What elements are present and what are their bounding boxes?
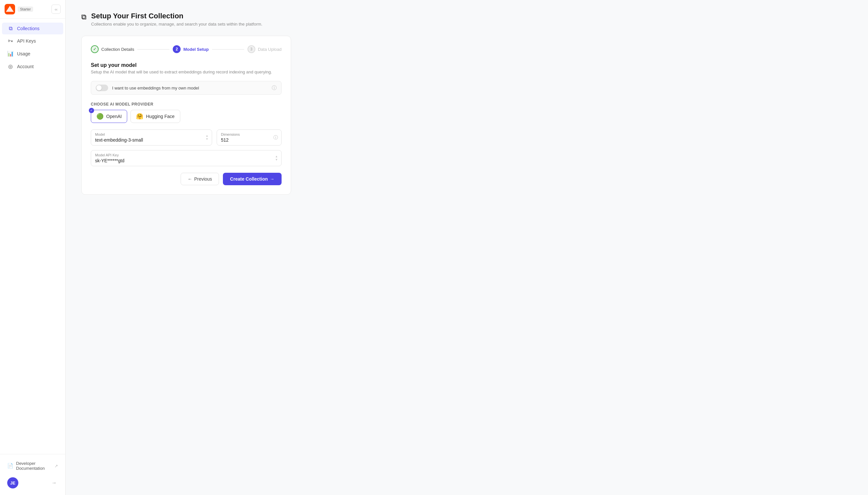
chart-icon: 📊	[7, 50, 14, 57]
dimensions-value: 512	[221, 137, 277, 142]
sidebar-item-account[interactable]: ◎ Account	[2, 60, 63, 72]
create-collection-button[interactable]: Create Collection →	[223, 173, 282, 185]
step-model-setup: 2 Model Setup	[173, 45, 208, 53]
model-arrows[interactable]: ▲▼	[206, 134, 208, 141]
model-label: Model	[95, 133, 208, 136]
huggingface-emoji: 🤗	[136, 113, 143, 120]
step-1-label: Collection Details	[101, 47, 134, 52]
layers-header-icon: ⧉	[81, 13, 87, 21]
previous-button[interactable]: ← Previous	[180, 173, 219, 185]
step-1-circle: ✓	[91, 45, 99, 53]
page-subtitle: Collections enable you to organize, mana…	[91, 22, 262, 27]
plan-badge: Starter	[18, 6, 33, 12]
sidebar: Starter ‹‹ ⧉ Collections 🗝 API Keys 📊 Us…	[0, 0, 66, 495]
step-3-circle: 3	[247, 45, 255, 53]
sidebar-item-collections[interactable]: ⧉ Collections	[2, 23, 63, 34]
logo-area: Starter	[5, 4, 33, 14]
toggle-info-icon[interactable]: ⓘ	[272, 85, 277, 91]
sidebar-bottom: 📄 Developer Documentation ↗ JE →	[0, 454, 65, 495]
huggingface-label: Hugging Face	[146, 114, 174, 119]
avatar[interactable]: JE	[7, 477, 18, 489]
dimensions-label: Dimensions	[221, 133, 277, 136]
api-key-value: sk-YE******gtd	[95, 158, 277, 163]
sidebar-item-usage-label: Usage	[17, 51, 30, 56]
page-header: ⧉ Setup Your First Collection Collection…	[81, 12, 852, 27]
developer-docs-link[interactable]: 📄 Developer Documentation ↗	[4, 458, 61, 473]
openai-label: OpenAI	[106, 114, 122, 119]
sidebar-nav: ⧉ Collections 🗝 API Keys 📊 Usage ◎ Accou…	[0, 19, 65, 454]
previous-label: Previous	[194, 176, 212, 182]
logout-icon: →	[51, 480, 57, 485]
step-2-label: Model Setup	[183, 47, 208, 52]
page-header-text: Setup Your First Collection Collections …	[91, 12, 262, 27]
model-dimensions-row: Model text-embedding-3-small ▲▼ Dimensio…	[91, 130, 282, 146]
sidebar-header: Starter ‹‹	[0, 0, 65, 19]
sidebar-item-usage[interactable]: 📊 Usage	[2, 48, 63, 59]
api-key-label: Model API Key	[95, 153, 277, 157]
model-field[interactable]: Model text-embedding-3-small ▲▼	[91, 130, 212, 146]
main-content: ⧉ Setup Your First Collection Collection…	[66, 0, 868, 495]
embeddings-toggle[interactable]	[96, 85, 108, 91]
vantage-logo	[5, 4, 15, 14]
openai-check-icon: ✓	[89, 108, 94, 113]
dev-docs-label: Developer Documentation	[16, 461, 54, 471]
toggle-row: I want to use embeddings from my own mod…	[91, 81, 282, 95]
openai-provider-button[interactable]: ✓ 🟢 OpenAI	[91, 110, 127, 123]
logout-button[interactable]: →	[50, 479, 58, 487]
collapse-sidebar-button[interactable]: ‹‹	[51, 4, 60, 14]
openai-emoji: 🟢	[97, 113, 104, 120]
create-collection-label: Create Collection	[230, 176, 268, 182]
step-line-2	[212, 49, 244, 50]
toggle-label: I want to use embeddings from my own mod…	[112, 86, 199, 90]
step-line-1	[137, 49, 170, 50]
dimensions-field[interactable]: Dimensions 512 ⓘ	[217, 130, 282, 146]
dimensions-info-icon[interactable]: ⓘ	[273, 135, 278, 141]
external-link-icon: ↗	[54, 463, 58, 468]
arrow-left-icon: ←	[188, 176, 192, 182]
arrow-right-icon: →	[270, 176, 274, 182]
step-collection-details: ✓ Collection Details	[91, 45, 134, 53]
api-key-field[interactable]: Model API Key sk-YE******gtd ▲▼	[91, 150, 282, 166]
stepper: ✓ Collection Details 2 Model Setup 3 Dat…	[91, 45, 282, 53]
dev-docs-left: 📄 Developer Documentation	[7, 461, 54, 471]
page-title: Setup Your First Collection	[91, 12, 262, 20]
toggle-left: I want to use embeddings from my own mod…	[96, 85, 199, 91]
model-setup-subtitle: Setup the AI model that will be used to …	[91, 69, 282, 74]
layers-icon: ⧉	[7, 25, 14, 32]
circle-user-icon: ◎	[7, 63, 14, 69]
setup-card: ✓ Collection Details 2 Model Setup 3 Dat…	[81, 36, 291, 195]
sidebar-item-api-keys[interactable]: 🗝 API Keys	[2, 35, 63, 47]
provider-section-label: Choose AI Model Provider	[91, 102, 282, 106]
document-icon: 📄	[7, 463, 14, 469]
key-icon: 🗝	[7, 38, 14, 44]
step-data-upload: 3 Data Upload	[247, 45, 282, 53]
step-3-label: Data Upload	[258, 47, 282, 52]
step-2-circle: 2	[173, 45, 180, 53]
model-setup-title: Set up your model	[91, 62, 282, 68]
sidebar-item-api-keys-label: API Keys	[17, 38, 36, 44]
action-buttons: ← Previous Create Collection →	[91, 173, 282, 185]
user-row: JE →	[4, 475, 61, 491]
model-value: text-embedding-3-small	[95, 137, 208, 142]
provider-buttons: ✓ 🟢 OpenAI 🤗 Hugging Face	[91, 110, 282, 123]
api-key-arrows[interactable]: ▲▼	[275, 155, 278, 162]
huggingface-provider-button[interactable]: 🤗 Hugging Face	[131, 110, 180, 123]
sidebar-item-collections-label: Collections	[17, 26, 39, 31]
sidebar-item-account-label: Account	[17, 64, 34, 69]
